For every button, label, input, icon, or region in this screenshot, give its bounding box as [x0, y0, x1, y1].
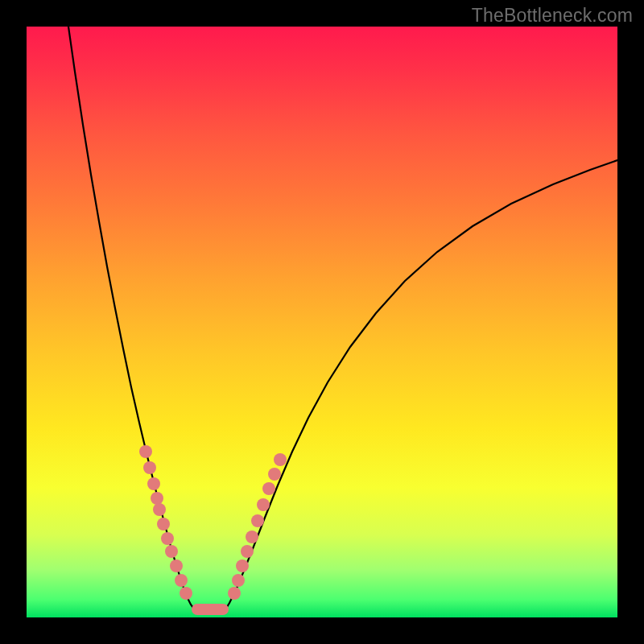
dots-left-group — [139, 445, 192, 600]
data-dot — [228, 587, 241, 600]
data-dot — [236, 559, 249, 572]
right-curve — [225, 160, 617, 611]
data-dot — [161, 532, 174, 545]
data-dot — [257, 498, 270, 511]
data-dot — [143, 461, 156, 474]
curves-svg — [27, 27, 617, 617]
data-dot — [157, 518, 170, 530]
data-dot — [151, 492, 163, 505]
data-dot — [232, 574, 245, 587]
data-dot — [175, 574, 188, 587]
chart-frame: TheBottleneck.com — [0, 0, 644, 644]
left-curve — [68, 27, 196, 611]
plot-area — [27, 27, 617, 617]
data-dot — [251, 514, 264, 527]
data-dot — [165, 545, 178, 558]
data-dot — [241, 545, 254, 558]
data-dot — [170, 559, 183, 572]
data-dot — [262, 482, 275, 495]
watermark-text: TheBottleneck.com — [472, 5, 633, 27]
data-dot — [268, 468, 281, 481]
data-dot — [147, 477, 160, 490]
data-dot — [139, 445, 152, 458]
dots-right-group — [228, 453, 287, 600]
data-dot — [180, 587, 192, 600]
data-dot — [274, 453, 287, 466]
data-dot — [246, 530, 258, 543]
data-dot — [153, 503, 166, 516]
